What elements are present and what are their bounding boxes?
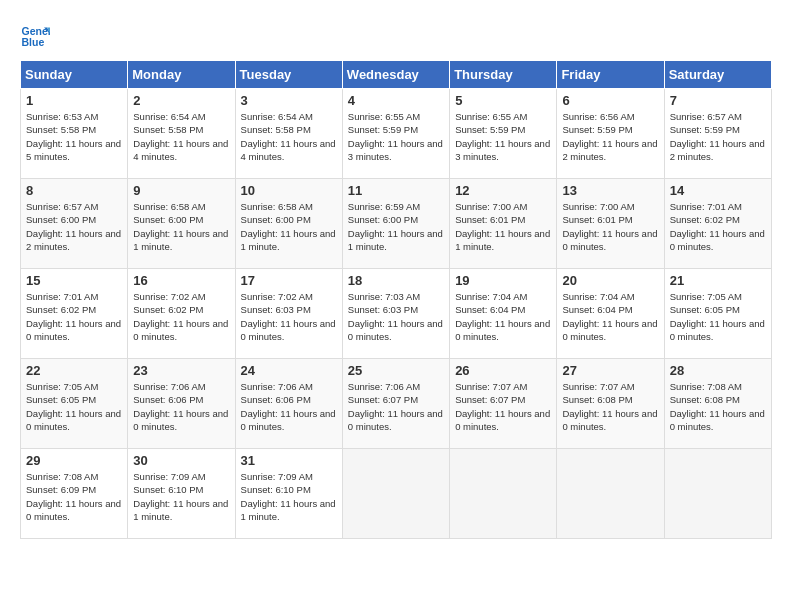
day-info: Sunrise: 6:56 AM Sunset: 5:59 PM Dayligh… [562, 110, 658, 163]
logo-icon: General Blue [20, 20, 50, 50]
calendar-week-3: 15 Sunrise: 7:01 AM Sunset: 6:02 PM Dayl… [21, 269, 772, 359]
logo: General Blue [20, 20, 56, 50]
day-info: Sunrise: 7:02 AM Sunset: 6:03 PM Dayligh… [241, 290, 337, 343]
calendar-cell [450, 449, 557, 539]
day-info: Sunrise: 7:06 AM Sunset: 6:07 PM Dayligh… [348, 380, 444, 433]
day-info: Sunrise: 6:57 AM Sunset: 6:00 PM Dayligh… [26, 200, 122, 253]
day-info: Sunrise: 7:07 AM Sunset: 6:08 PM Dayligh… [562, 380, 658, 433]
day-number: 22 [26, 363, 122, 378]
day-number: 17 [241, 273, 337, 288]
day-header-monday: Monday [128, 61, 235, 89]
day-header-tuesday: Tuesday [235, 61, 342, 89]
day-number: 14 [670, 183, 766, 198]
day-info: Sunrise: 7:00 AM Sunset: 6:01 PM Dayligh… [562, 200, 658, 253]
calendar-cell: 18 Sunrise: 7:03 AM Sunset: 6:03 PM Dayl… [342, 269, 449, 359]
day-info: Sunrise: 7:04 AM Sunset: 6:04 PM Dayligh… [562, 290, 658, 343]
calendar-cell: 21 Sunrise: 7:05 AM Sunset: 6:05 PM Dayl… [664, 269, 771, 359]
day-number: 4 [348, 93, 444, 108]
day-info: Sunrise: 6:59 AM Sunset: 6:00 PM Dayligh… [348, 200, 444, 253]
calendar-cell: 26 Sunrise: 7:07 AM Sunset: 6:07 PM Dayl… [450, 359, 557, 449]
day-info: Sunrise: 6:55 AM Sunset: 5:59 PM Dayligh… [348, 110, 444, 163]
calendar-cell [342, 449, 449, 539]
calendar-cell: 22 Sunrise: 7:05 AM Sunset: 6:05 PM Dayl… [21, 359, 128, 449]
calendar-cell: 29 Sunrise: 7:08 AM Sunset: 6:09 PM Dayl… [21, 449, 128, 539]
day-info: Sunrise: 7:09 AM Sunset: 6:10 PM Dayligh… [241, 470, 337, 523]
day-number: 9 [133, 183, 229, 198]
day-number: 25 [348, 363, 444, 378]
calendar-cell: 24 Sunrise: 7:06 AM Sunset: 6:06 PM Dayl… [235, 359, 342, 449]
calendar-week-5: 29 Sunrise: 7:08 AM Sunset: 6:09 PM Dayl… [21, 449, 772, 539]
calendar-cell: 4 Sunrise: 6:55 AM Sunset: 5:59 PM Dayli… [342, 89, 449, 179]
calendar-cell: 15 Sunrise: 7:01 AM Sunset: 6:02 PM Dayl… [21, 269, 128, 359]
calendar-cell: 3 Sunrise: 6:54 AM Sunset: 5:58 PM Dayli… [235, 89, 342, 179]
calendar-cell: 19 Sunrise: 7:04 AM Sunset: 6:04 PM Dayl… [450, 269, 557, 359]
calendar-cell: 10 Sunrise: 6:58 AM Sunset: 6:00 PM Dayl… [235, 179, 342, 269]
day-number: 23 [133, 363, 229, 378]
day-info: Sunrise: 6:54 AM Sunset: 5:58 PM Dayligh… [133, 110, 229, 163]
day-info: Sunrise: 6:54 AM Sunset: 5:58 PM Dayligh… [241, 110, 337, 163]
calendar-table: SundayMondayTuesdayWednesdayThursdayFrid… [20, 60, 772, 539]
svg-text:Blue: Blue [22, 36, 45, 48]
day-info: Sunrise: 7:01 AM Sunset: 6:02 PM Dayligh… [670, 200, 766, 253]
day-number: 30 [133, 453, 229, 468]
day-header-wednesday: Wednesday [342, 61, 449, 89]
day-header-friday: Friday [557, 61, 664, 89]
day-info: Sunrise: 7:08 AM Sunset: 6:08 PM Dayligh… [670, 380, 766, 433]
day-number: 26 [455, 363, 551, 378]
day-info: Sunrise: 6:53 AM Sunset: 5:58 PM Dayligh… [26, 110, 122, 163]
day-number: 11 [348, 183, 444, 198]
calendar-week-2: 8 Sunrise: 6:57 AM Sunset: 6:00 PM Dayli… [21, 179, 772, 269]
calendar-cell: 23 Sunrise: 7:06 AM Sunset: 6:06 PM Dayl… [128, 359, 235, 449]
day-number: 2 [133, 93, 229, 108]
header: General Blue [20, 20, 772, 50]
day-info: Sunrise: 7:05 AM Sunset: 6:05 PM Dayligh… [26, 380, 122, 433]
calendar-cell: 17 Sunrise: 7:02 AM Sunset: 6:03 PM Dayl… [235, 269, 342, 359]
day-info: Sunrise: 7:07 AM Sunset: 6:07 PM Dayligh… [455, 380, 551, 433]
day-info: Sunrise: 7:06 AM Sunset: 6:06 PM Dayligh… [133, 380, 229, 433]
day-info: Sunrise: 6:58 AM Sunset: 6:00 PM Dayligh… [133, 200, 229, 253]
day-number: 28 [670, 363, 766, 378]
day-info: Sunrise: 7:00 AM Sunset: 6:01 PM Dayligh… [455, 200, 551, 253]
day-number: 12 [455, 183, 551, 198]
calendar-cell [557, 449, 664, 539]
calendar-header: SundayMondayTuesdayWednesdayThursdayFrid… [21, 61, 772, 89]
day-info: Sunrise: 6:55 AM Sunset: 5:59 PM Dayligh… [455, 110, 551, 163]
day-number: 24 [241, 363, 337, 378]
day-info: Sunrise: 7:05 AM Sunset: 6:05 PM Dayligh… [670, 290, 766, 343]
calendar-cell: 28 Sunrise: 7:08 AM Sunset: 6:08 PM Dayl… [664, 359, 771, 449]
day-number: 6 [562, 93, 658, 108]
day-number: 3 [241, 93, 337, 108]
day-number: 8 [26, 183, 122, 198]
calendar-cell: 20 Sunrise: 7:04 AM Sunset: 6:04 PM Dayl… [557, 269, 664, 359]
day-number: 20 [562, 273, 658, 288]
day-number: 10 [241, 183, 337, 198]
day-info: Sunrise: 7:06 AM Sunset: 6:06 PM Dayligh… [241, 380, 337, 433]
day-number: 13 [562, 183, 658, 198]
day-number: 1 [26, 93, 122, 108]
calendar-week-4: 22 Sunrise: 7:05 AM Sunset: 6:05 PM Dayl… [21, 359, 772, 449]
day-number: 15 [26, 273, 122, 288]
day-info: Sunrise: 6:58 AM Sunset: 6:00 PM Dayligh… [241, 200, 337, 253]
day-header-saturday: Saturday [664, 61, 771, 89]
calendar-cell: 9 Sunrise: 6:58 AM Sunset: 6:00 PM Dayli… [128, 179, 235, 269]
calendar-cell: 14 Sunrise: 7:01 AM Sunset: 6:02 PM Dayl… [664, 179, 771, 269]
day-info: Sunrise: 7:09 AM Sunset: 6:10 PM Dayligh… [133, 470, 229, 523]
calendar-cell: 6 Sunrise: 6:56 AM Sunset: 5:59 PM Dayli… [557, 89, 664, 179]
day-number: 21 [670, 273, 766, 288]
day-header-thursday: Thursday [450, 61, 557, 89]
calendar-cell: 25 Sunrise: 7:06 AM Sunset: 6:07 PM Dayl… [342, 359, 449, 449]
calendar-cell: 12 Sunrise: 7:00 AM Sunset: 6:01 PM Dayl… [450, 179, 557, 269]
day-number: 29 [26, 453, 122, 468]
day-info: Sunrise: 7:03 AM Sunset: 6:03 PM Dayligh… [348, 290, 444, 343]
calendar-cell: 11 Sunrise: 6:59 AM Sunset: 6:00 PM Dayl… [342, 179, 449, 269]
calendar-cell [664, 449, 771, 539]
day-number: 7 [670, 93, 766, 108]
day-header-sunday: Sunday [21, 61, 128, 89]
calendar-cell: 13 Sunrise: 7:00 AM Sunset: 6:01 PM Dayl… [557, 179, 664, 269]
day-info: Sunrise: 7:01 AM Sunset: 6:02 PM Dayligh… [26, 290, 122, 343]
day-number: 27 [562, 363, 658, 378]
calendar-cell: 8 Sunrise: 6:57 AM Sunset: 6:00 PM Dayli… [21, 179, 128, 269]
calendar-cell: 27 Sunrise: 7:07 AM Sunset: 6:08 PM Dayl… [557, 359, 664, 449]
calendar-cell: 1 Sunrise: 6:53 AM Sunset: 5:58 PM Dayli… [21, 89, 128, 179]
calendar-cell: 16 Sunrise: 7:02 AM Sunset: 6:02 PM Dayl… [128, 269, 235, 359]
